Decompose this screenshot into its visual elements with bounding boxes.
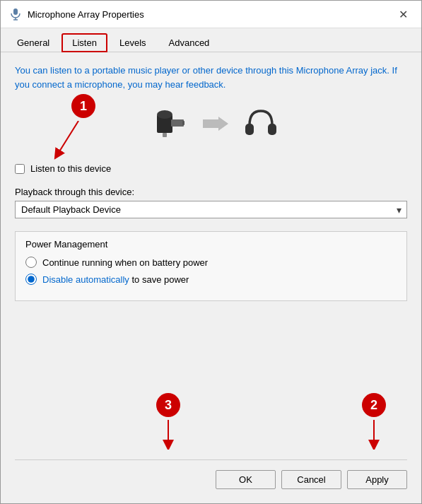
listen-checkbox-label[interactable]: Listen to this device	[30, 163, 111, 174]
annotation-arrow-2	[363, 420, 385, 450]
annotation-2-container: 2	[362, 393, 386, 450]
svg-point-5	[157, 110, 172, 119]
cancel-button[interactable]: Cancel	[281, 470, 341, 489]
svg-rect-8	[182, 121, 184, 125]
svg-rect-6	[163, 133, 167, 137]
ok-button[interactable]: OK	[216, 470, 276, 489]
info-paragraph: You can listen to a portable music playe…	[15, 64, 407, 91]
svg-rect-11	[268, 124, 276, 135]
playback-select-wrapper: Default Playback Device	[15, 201, 407, 218]
save-power-text: to save power	[129, 274, 189, 285]
tab-content: You can listen to a portable music playe…	[1, 52, 421, 379]
playback-section: Playback through this device: Default Pl…	[15, 184, 407, 218]
annotation-bubble-2: 2	[362, 393, 386, 417]
svg-rect-0	[13, 8, 18, 15]
playback-select[interactable]: Default Playback Device	[15, 201, 407, 218]
power-management-group: Power Management Continue running when o…	[15, 231, 407, 301]
svg-rect-10	[245, 124, 254, 135]
battery-radio-label[interactable]: Continue running when on battery power	[42, 257, 208, 268]
disable-radio[interactable]	[25, 274, 37, 285]
disable-radio-label[interactable]: Disable automatically to save power	[42, 274, 189, 285]
svg-rect-7	[171, 119, 184, 127]
listen-checkbox-row: Listen to this device	[15, 163, 407, 174]
usb-mic-icon	[150, 109, 189, 139]
dialog-window: Microphone Array Properties ✕ General Li…	[0, 0, 422, 504]
playback-label: Playback through this device:	[15, 187, 407, 197]
disable-auto-text: Disable automatically	[42, 274, 129, 285]
bottom-area: 3 2	[1, 379, 421, 503]
dialog-title: Microphone Array Properties	[28, 9, 144, 20]
battery-radio-row: Continue running when on battery power	[25, 257, 397, 268]
headphones-icon	[242, 107, 279, 141]
close-button[interactable]: ✕	[393, 6, 413, 22]
title-bar-left: Microphone Array Properties	[9, 8, 144, 20]
annotation-bubble-3: 3	[156, 393, 180, 417]
annotations-container: 3 2	[15, 393, 407, 457]
microphone-title-icon	[9, 8, 22, 20]
annotation-3-container: 3	[156, 393, 180, 450]
listen-checkbox[interactable]	[15, 164, 25, 174]
annotation-bubble-1: 1	[71, 94, 95, 118]
apply-button[interactable]: Apply	[347, 470, 407, 489]
tab-levels[interactable]: Levels	[109, 33, 157, 52]
svg-marker-9	[203, 117, 228, 131]
tab-advanced[interactable]: Advanced	[158, 33, 221, 52]
disable-radio-row: Disable automatically to save power	[25, 274, 397, 285]
annotation-1-container: 1	[71, 94, 96, 160]
device-diagram-section: 1	[15, 101, 407, 146]
annotation-arrow-3	[158, 420, 179, 450]
button-row: OK Cancel Apply	[15, 459, 407, 489]
tab-listen[interactable]: Listen	[61, 33, 107, 52]
annotation-arrow-1	[54, 121, 96, 160]
svg-line-3	[57, 121, 78, 155]
tab-bar: General Listen Levels Advanced	[1, 28, 421, 52]
arrow-right-icon	[203, 114, 228, 134]
title-bar: Microphone Array Properties ✕	[1, 1, 421, 28]
power-management-title: Power Management	[25, 239, 397, 250]
tab-general[interactable]: General	[6, 33, 60, 52]
battery-radio[interactable]	[25, 257, 37, 268]
